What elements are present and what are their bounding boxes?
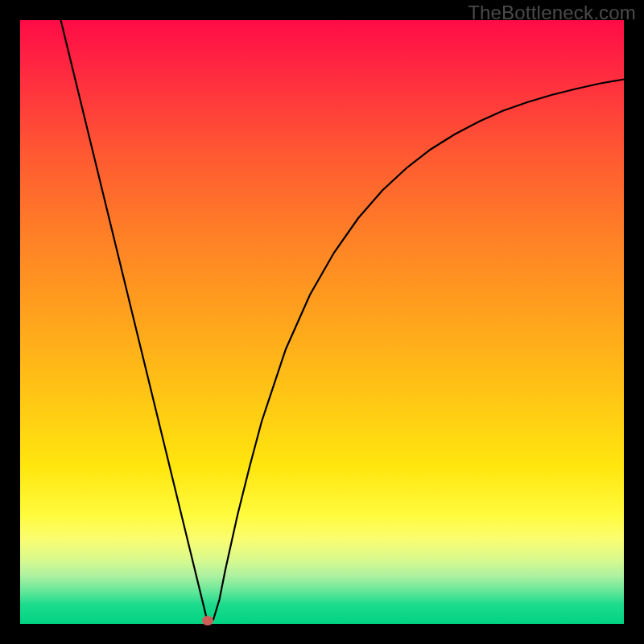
chart-frame: TheBottleneck.com — [0, 0, 644, 644]
bottleneck-marker — [202, 616, 213, 625]
plot-area — [20, 20, 624, 624]
curve-path — [56, 2, 624, 621]
bottleneck-curve — [20, 20, 624, 624]
watermark-text: TheBottleneck.com — [468, 2, 636, 24]
